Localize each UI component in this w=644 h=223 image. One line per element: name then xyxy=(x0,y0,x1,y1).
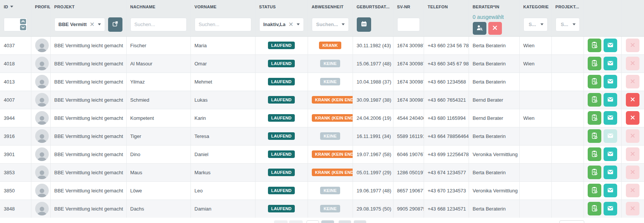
cell-profil xyxy=(31,109,50,127)
profile-avatar[interactable] xyxy=(35,57,49,70)
date-filter-button[interactable] xyxy=(357,17,371,32)
stepper-up-button[interactable] xyxy=(20,19,26,24)
column-header-svnr[interactable]: SV-NR xyxy=(393,0,424,13)
projekt-filter-select[interactable]: BBE Vermittlun... ✕ xyxy=(54,18,105,31)
cell-abwesenheit: KRANK (KEIN ENDE) xyxy=(308,163,353,181)
column-header-telefon[interactable]: TELEFON xyxy=(424,0,469,13)
pagination-prev-button[interactable] xyxy=(289,220,303,223)
open-projekt-button[interactable] xyxy=(108,17,122,32)
add-document-button[interactable] xyxy=(588,166,601,179)
profile-avatar[interactable] xyxy=(35,39,49,52)
pagination-next-button[interactable] xyxy=(339,220,351,223)
clear-filter-icon[interactable]: ✕ xyxy=(288,22,293,28)
mail-icon xyxy=(607,169,614,177)
remove-button[interactable] xyxy=(626,93,639,107)
send-mail-button[interactable] xyxy=(604,166,617,179)
page-size-select[interactable] xyxy=(559,220,584,223)
profile-avatar[interactable] xyxy=(35,93,49,107)
column-header-projekt[interactable]: PROJEKT xyxy=(50,0,126,13)
add-document-button[interactable] xyxy=(588,202,601,215)
cell-actions xyxy=(584,127,621,145)
cell-vorname: Omar xyxy=(190,54,255,73)
profile-avatar[interactable] xyxy=(35,129,49,143)
send-mail-button[interactable] xyxy=(604,39,617,52)
close-icon xyxy=(630,60,635,67)
send-mail-button[interactable] xyxy=(604,57,617,70)
pagination-page-input[interactable] xyxy=(307,220,319,223)
cell-vorname: Damian xyxy=(190,200,255,218)
send-mail-button[interactable] xyxy=(604,75,617,88)
cell-berater: Berta Beraterin xyxy=(469,54,519,73)
send-mail-button[interactable] xyxy=(604,147,617,161)
stepper-down-button[interactable] xyxy=(20,25,26,30)
send-mail-button[interactable] xyxy=(604,202,617,215)
column-header-nachname[interactable]: NACHNAME xyxy=(126,0,190,13)
status-filter-select[interactable]: Inaktiv,La... ✕ xyxy=(259,18,304,31)
cell-geburtsdatum: 10.04.1988 (37) xyxy=(353,73,393,91)
profile-avatar[interactable] xyxy=(35,147,49,161)
cell-vorname: Maria xyxy=(190,36,255,54)
cell-remove xyxy=(621,163,644,181)
column-header-geburtsdatum[interactable]: GEBURTSDAT... xyxy=(353,0,393,13)
berater-search-button[interactable] xyxy=(473,22,486,35)
add-document-button[interactable] xyxy=(588,39,601,52)
kategorie-filter-select[interactable]: S... xyxy=(523,18,548,31)
cell-svnr: 1674 300987 xyxy=(393,73,424,91)
abwesenheit-filter-select[interactable]: Suchen... xyxy=(312,18,349,31)
berater-clear-button[interactable] xyxy=(488,22,502,35)
add-document-button[interactable] xyxy=(588,147,601,161)
mail-icon xyxy=(607,42,614,50)
profile-avatar[interactable] xyxy=(35,111,49,125)
mail-icon xyxy=(607,96,614,104)
column-header-status[interactable]: STATUS xyxy=(255,0,308,13)
pagination-page-button[interactable] xyxy=(321,220,334,223)
profile-avatar[interactable] xyxy=(35,166,49,179)
abwesenheit-badge: KEINE xyxy=(320,205,340,212)
cell-projekt: BBE Vermittlung leicht gemacht xyxy=(50,36,126,54)
send-mail-button[interactable] xyxy=(604,111,617,125)
filter-cell-remove xyxy=(621,13,644,36)
cell-projekt: BBE Vermittlung leicht gemacht xyxy=(50,181,126,200)
add-document-button[interactable] xyxy=(588,129,601,143)
column-header-projekt2[interactable]: PROJEKT... xyxy=(551,0,584,13)
add-document-button[interactable] xyxy=(588,57,601,70)
cell-remove xyxy=(621,200,644,218)
pagination-first-button[interactable] xyxy=(274,220,288,223)
add-document-button[interactable] xyxy=(588,111,601,125)
filter-cell-abwesenheit: Suchen... xyxy=(308,13,353,36)
column-header-berater[interactable]: BERATER*IN xyxy=(469,0,519,13)
cell-berater: Berta Beraterin xyxy=(469,163,519,181)
add-document-button[interactable] xyxy=(588,75,601,88)
cell-abwesenheit: KEINE xyxy=(308,181,353,200)
send-mail-button[interactable] xyxy=(604,93,617,107)
column-header-profil[interactable]: PROFIL... xyxy=(31,0,50,13)
mail-icon xyxy=(607,205,614,213)
send-mail-button[interactable] xyxy=(604,184,617,197)
id-filter-input[interactable] xyxy=(4,18,27,31)
cell-svnr: 9905 290875 xyxy=(393,200,424,218)
clear-filter-icon[interactable]: ✕ xyxy=(90,22,94,28)
profile-avatar[interactable] xyxy=(35,184,49,197)
profile-avatar[interactable] xyxy=(35,75,49,88)
add-document-button[interactable] xyxy=(588,184,601,197)
svnr-filter-input[interactable] xyxy=(397,18,420,31)
column-header-kategorie[interactable]: KATEGORIE xyxy=(519,0,551,13)
projekt2-filter-select[interactable]: S... xyxy=(556,18,580,31)
nachname-search-input[interactable] xyxy=(130,18,187,31)
id-filter-field[interactable] xyxy=(4,18,19,31)
remove-button[interactable] xyxy=(626,111,639,125)
filter-cell-projekt: BBE Vermittlun... ✕ xyxy=(50,13,126,36)
cell-berater: Berta Beraterin xyxy=(469,127,519,145)
filter-cell-id xyxy=(0,13,31,36)
status-filter-value: Inaktiv,La... xyxy=(263,22,286,27)
add-document-button[interactable] xyxy=(588,93,601,107)
column-header-abwesenheit[interactable]: ABWESENHEIT xyxy=(308,0,353,13)
profile-avatar[interactable] xyxy=(35,202,49,215)
column-header-id[interactable]: ID xyxy=(0,0,31,13)
vorname-search-input[interactable] xyxy=(195,18,251,31)
table-body: 4037BBE Vermittlung leicht gemachtFische… xyxy=(0,36,644,218)
column-header-vorname[interactable]: VORNAME xyxy=(190,0,255,13)
cell-svnr: 1674 300987 xyxy=(393,91,424,109)
filter-cell-profil xyxy=(31,13,50,36)
pagination-last-button[interactable] xyxy=(354,220,366,223)
